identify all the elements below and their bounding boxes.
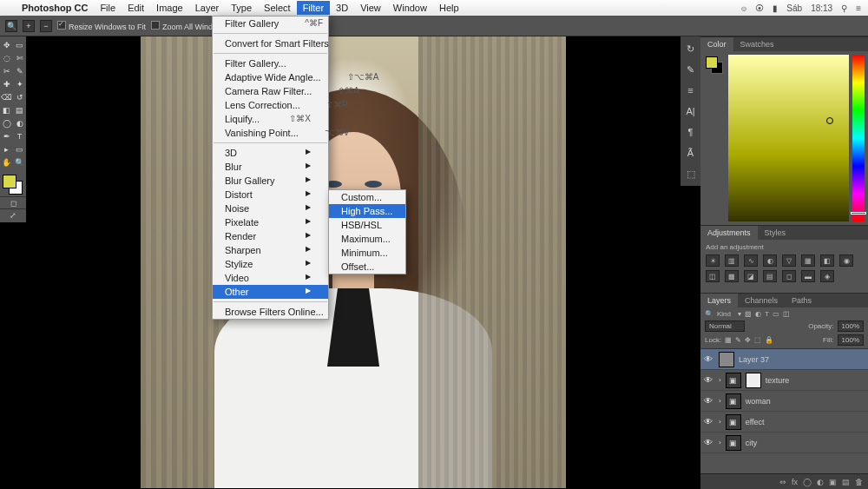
screenmode-toggle[interactable]: ⤢ [0,208,26,221]
mi-last-filter[interactable]: Filter Gallery^⌘F [213,17,328,30]
adj-poster-icon[interactable]: ▤ [763,270,777,282]
mi-other-offset-[interactable]: Offset... [329,260,405,274]
marquee-tool[interactable]: ▭ [13,38,26,51]
mi-blur[interactable]: Blur [213,160,328,174]
lasso-tool[interactable]: ◌ [0,51,13,64]
menu-extras-icon[interactable]: ≡ [856,3,861,13]
crop-tool[interactable]: ✂ [0,64,13,77]
lock-trans-icon[interactable]: ▦ [725,336,732,344]
layer-row[interactable]: 👁Layer 37 [700,349,868,370]
color-swatches[interactable] [0,172,26,196]
adj-exposure-icon[interactable]: ◐ [763,254,777,267]
mi-other[interactable]: Other [213,285,328,299]
adj-thresh-icon[interactable]: ◻ [782,270,796,282]
mi-blur-gallery[interactable]: Blur Gallery [213,174,328,188]
expand-icon[interactable]: › [719,376,721,384]
adj-lookup-icon[interactable]: ▩ [725,270,739,282]
mi-convert-smart[interactable]: Convert for Smart Filters [213,36,328,50]
menu-view[interactable]: View [354,1,387,15]
move-tool[interactable]: ✥ [0,38,13,51]
visibility-icon[interactable]: 👁 [704,438,714,447]
mi-liquify-[interactable]: Liquify...⇧⌘X [213,112,328,126]
character-panel-icon[interactable]: A| [684,104,698,118]
adj-selcol-icon[interactable]: ◈ [820,270,834,282]
link-layers-icon[interactable]: ⇔ [779,478,786,486]
new-layer-icon[interactable]: ▤ [842,478,850,486]
adj-chmix-icon[interactable]: ◫ [706,270,720,282]
filter-pixel-icon[interactable]: ▧ [745,310,752,318]
paragraph-panel-icon[interactable]: ¶ [684,125,698,139]
lock-pixel-icon[interactable]: ✎ [735,336,741,344]
layer-row[interactable]: 👁›▣texture [700,370,868,391]
eyedropper-tool[interactable]: ✎ [13,64,26,77]
path-tool[interactable]: ▸ [0,142,13,155]
visibility-icon[interactable]: 👁 [704,354,714,364]
layer-row[interactable]: 👁›▣city [700,433,868,453]
menu-layer[interactable]: Layer [189,1,226,15]
mi-pixelate[interactable]: Pixelate [213,215,328,229]
adj-invert-icon[interactable]: ◪ [744,270,758,282]
filter-adj-icon[interactable]: ◐ [755,310,761,318]
layer-row[interactable]: 👁›▣effect [700,412,868,433]
menu-filter[interactable]: Filter [297,1,330,15]
info-panel-icon[interactable]: ⬚ [684,167,698,181]
mi-browse-online[interactable]: Browse Filters Online... [213,305,328,319]
expand-icon[interactable]: › [719,418,721,426]
adj-curves-icon[interactable]: ∿ [744,254,758,267]
tab-styles[interactable]: Styles [758,226,793,240]
brush-panel-icon[interactable]: ✎ [684,63,698,76]
expand-icon[interactable]: › [719,397,721,405]
mi-other-hsb-hsl[interactable]: HSB/HSL [329,218,405,232]
menu-file[interactable]: File [94,1,122,15]
visibility-icon[interactable]: 👁 [704,375,714,385]
mask-icon[interactable]: ◯ [803,478,812,486]
expand-icon[interactable]: › [719,439,721,446]
mi-other-high-pass-[interactable]: High Pass... [329,204,405,218]
mi-other-maximum-[interactable]: Maximum... [329,232,405,246]
adj-vibrance-icon[interactable]: ▽ [782,254,796,267]
eraser-tool[interactable]: ◧ [0,103,13,116]
fg-color-swatch[interactable] [3,175,16,188]
mi-adaptive-wide-angle-[interactable]: Adaptive Wide Angle...⇧⌥⌘A [213,70,328,84]
tab-adjustments[interactable]: Adjustments [700,226,758,240]
filter-smart-icon[interactable]: ◫ [783,310,790,318]
menu-select[interactable]: Select [258,1,297,15]
blend-mode-select[interactable]: Normal [705,320,745,332]
tab-color[interactable]: Color [700,37,733,51]
gradient-tool[interactable]: ▤ [13,103,26,116]
tab-paths[interactable]: Paths [785,294,819,307]
history-tool[interactable]: ↺ [13,90,26,103]
hue-slider[interactable] [852,55,865,221]
mi--d[interactable]: 3D [213,146,328,160]
adj-grad-icon[interactable]: ▬ [801,270,815,282]
dodge-tool[interactable]: ◐ [13,116,26,129]
mi-sharpen[interactable]: Sharpen [213,243,328,257]
blur-tool[interactable]: ◯ [0,116,13,129]
tab-swatches[interactable]: Swatches [733,37,781,51]
mi-other-minimum-[interactable]: Minimum... [329,246,405,260]
history-panel-icon[interactable]: ↻ [684,42,698,56]
mi-stylize[interactable]: Stylize [213,257,328,271]
color-panel-swatches[interactable] [706,56,723,83]
quickselect-tool[interactable]: ✄ [13,51,26,64]
adj-levels-icon[interactable]: ▥ [725,254,739,267]
tab-layers[interactable]: Layers [700,294,738,307]
mi-noise[interactable]: Noise [213,202,328,215]
filter-other-submenu[interactable]: Custom...High Pass...HSB/HSLMaximum...Mi… [328,189,406,274]
mi-filter-gallery-[interactable]: Filter Gallery... [213,56,328,70]
trash-icon[interactable]: 🗑 [855,478,863,486]
lock-nest-icon[interactable]: ⬚ [754,336,761,344]
shape-tool[interactable]: ▭ [13,142,26,155]
filter-shape-icon[interactable]: ▭ [773,310,779,318]
spotlight-icon[interactable]: ⚲ [841,3,847,13]
menu-type[interactable]: Type [225,1,258,15]
mi-render[interactable]: Render [213,229,328,243]
opacity-value[interactable]: 100% [838,320,864,332]
adj-hue-icon[interactable]: ▦ [801,254,815,267]
tab-channels[interactable]: Channels [738,294,785,307]
filter-menu[interactable]: Filter Gallery^⌘F Convert for Smart Filt… [212,16,329,320]
brush-tool[interactable]: ✦ [13,77,26,90]
fx-icon[interactable]: fx [792,478,798,486]
heal-tool[interactable]: ✚ [0,77,13,90]
visibility-icon[interactable]: 👁 [704,396,714,406]
